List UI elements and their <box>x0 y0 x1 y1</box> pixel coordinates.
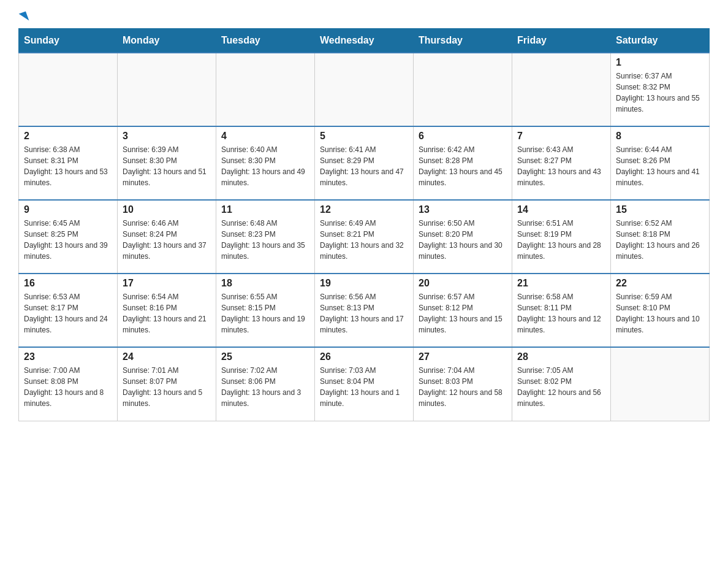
day-info: Sunrise: 7:01 AM Sunset: 8:07 PM Dayligh… <box>123 365 211 409</box>
day-number: 2 <box>24 131 112 142</box>
day-info: Sunrise: 7:05 AM Sunset: 8:02 PM Dayligh… <box>517 365 605 409</box>
calendar-cell: 28Sunrise: 7:05 AM Sunset: 8:02 PM Dayli… <box>512 347 611 421</box>
day-info: Sunrise: 6:43 AM Sunset: 8:27 PM Dayligh… <box>517 144 605 188</box>
calendar-cell: 8Sunrise: 6:44 AM Sunset: 8:26 PM Daylig… <box>611 126 710 200</box>
calendar-cell <box>216 53 315 126</box>
calendar-cell: 25Sunrise: 7:02 AM Sunset: 8:06 PM Dayli… <box>216 347 315 421</box>
calendar-cell: 26Sunrise: 7:03 AM Sunset: 8:04 PM Dayli… <box>315 347 414 421</box>
day-info: Sunrise: 6:46 AM Sunset: 8:24 PM Dayligh… <box>123 218 211 262</box>
calendar-cell: 9Sunrise: 6:45 AM Sunset: 8:25 PM Daylig… <box>19 200 118 274</box>
calendar-cell: 11Sunrise: 6:48 AM Sunset: 8:23 PM Dayli… <box>216 200 315 274</box>
day-info: Sunrise: 6:39 AM Sunset: 8:30 PM Dayligh… <box>123 144 211 188</box>
calendar-cell: 20Sunrise: 6:57 AM Sunset: 8:12 PM Dayli… <box>414 274 512 347</box>
calendar-cell: 14Sunrise: 6:51 AM Sunset: 8:19 PM Dayli… <box>512 200 611 274</box>
calendar-header-row: SundayMondayTuesdayWednesdayThursdayFrid… <box>19 29 710 53</box>
calendar-cell: 4Sunrise: 6:40 AM Sunset: 8:30 PM Daylig… <box>216 126 315 200</box>
day-info: Sunrise: 6:41 AM Sunset: 8:29 PM Dayligh… <box>320 144 408 188</box>
calendar-cell <box>414 53 512 126</box>
day-info: Sunrise: 6:55 AM Sunset: 8:15 PM Dayligh… <box>221 291 309 335</box>
calendar-cell: 22Sunrise: 6:59 AM Sunset: 8:10 PM Dayli… <box>611 274 710 347</box>
day-info: Sunrise: 6:44 AM Sunset: 8:26 PM Dayligh… <box>616 144 704 188</box>
day-info: Sunrise: 6:48 AM Sunset: 8:23 PM Dayligh… <box>221 218 309 262</box>
calendar-week-row: 2Sunrise: 6:38 AM Sunset: 8:31 PM Daylig… <box>19 126 710 200</box>
day-info: Sunrise: 7:00 AM Sunset: 8:08 PM Dayligh… <box>24 365 112 409</box>
calendar-week-row: 1Sunrise: 6:37 AM Sunset: 8:32 PM Daylig… <box>19 53 710 126</box>
day-number: 20 <box>419 278 507 289</box>
day-number: 15 <box>616 204 704 215</box>
calendar-cell: 23Sunrise: 7:00 AM Sunset: 8:08 PM Dayli… <box>19 347 118 421</box>
day-number: 5 <box>320 131 408 142</box>
day-info: Sunrise: 6:57 AM Sunset: 8:12 PM Dayligh… <box>419 291 507 335</box>
page-header <box>18 12 710 22</box>
calendar-cell: 17Sunrise: 6:54 AM Sunset: 8:16 PM Dayli… <box>118 274 216 347</box>
calendar-cell: 1Sunrise: 6:37 AM Sunset: 8:32 PM Daylig… <box>611 53 710 126</box>
calendar-cell: 16Sunrise: 6:53 AM Sunset: 8:17 PM Dayli… <box>19 274 118 347</box>
day-number: 7 <box>517 131 605 142</box>
day-number: 25 <box>221 351 309 362</box>
day-number: 3 <box>123 131 211 142</box>
day-number: 26 <box>320 351 408 362</box>
day-number: 10 <box>123 204 211 215</box>
day-info: Sunrise: 6:53 AM Sunset: 8:17 PM Dayligh… <box>24 291 112 335</box>
day-number: 11 <box>221 204 309 215</box>
day-info: Sunrise: 6:40 AM Sunset: 8:30 PM Dayligh… <box>221 144 309 188</box>
calendar-cell: 27Sunrise: 7:04 AM Sunset: 8:03 PM Dayli… <box>414 347 512 421</box>
calendar-day-header: Thursday <box>414 29 512 53</box>
calendar-cell: 24Sunrise: 7:01 AM Sunset: 8:07 PM Dayli… <box>118 347 216 421</box>
day-number: 4 <box>221 131 309 142</box>
calendar-cell: 7Sunrise: 6:43 AM Sunset: 8:27 PM Daylig… <box>512 126 611 200</box>
day-number: 12 <box>320 204 408 215</box>
day-info: Sunrise: 6:54 AM Sunset: 8:16 PM Dayligh… <box>123 291 211 335</box>
day-number: 21 <box>517 278 605 289</box>
calendar-cell: 15Sunrise: 6:52 AM Sunset: 8:18 PM Dayli… <box>611 200 710 274</box>
calendar-day-header: Wednesday <box>315 29 414 53</box>
calendar-cell <box>512 53 611 126</box>
logo <box>18 12 28 22</box>
day-info: Sunrise: 7:03 AM Sunset: 8:04 PM Dayligh… <box>320 365 408 409</box>
day-info: Sunrise: 6:38 AM Sunset: 8:31 PM Dayligh… <box>24 144 112 188</box>
calendar-cell: 21Sunrise: 6:58 AM Sunset: 8:11 PM Dayli… <box>512 274 611 347</box>
logo-triangle-icon <box>19 11 29 23</box>
calendar-cell: 6Sunrise: 6:42 AM Sunset: 8:28 PM Daylig… <box>414 126 512 200</box>
day-number: 28 <box>517 351 605 362</box>
day-info: Sunrise: 6:59 AM Sunset: 8:10 PM Dayligh… <box>616 291 704 335</box>
calendar-cell: 10Sunrise: 6:46 AM Sunset: 8:24 PM Dayli… <box>118 200 216 274</box>
day-number: 16 <box>24 278 112 289</box>
day-info: Sunrise: 6:51 AM Sunset: 8:19 PM Dayligh… <box>517 218 605 262</box>
calendar-day-header: Friday <box>512 29 611 53</box>
calendar-cell: 3Sunrise: 6:39 AM Sunset: 8:30 PM Daylig… <box>118 126 216 200</box>
day-info: Sunrise: 6:49 AM Sunset: 8:21 PM Dayligh… <box>320 218 408 262</box>
calendar-week-row: 16Sunrise: 6:53 AM Sunset: 8:17 PM Dayli… <box>19 274 710 347</box>
day-info: Sunrise: 6:52 AM Sunset: 8:18 PM Dayligh… <box>616 218 704 262</box>
calendar-table: SundayMondayTuesdayWednesdayThursdayFrid… <box>18 28 710 421</box>
calendar-day-header: Monday <box>118 29 216 53</box>
calendar-cell: 5Sunrise: 6:41 AM Sunset: 8:29 PM Daylig… <box>315 126 414 200</box>
day-info: Sunrise: 6:45 AM Sunset: 8:25 PM Dayligh… <box>24 218 112 262</box>
day-number: 27 <box>419 351 507 362</box>
calendar-cell <box>611 347 710 421</box>
day-number: 17 <box>123 278 211 289</box>
day-info: Sunrise: 7:02 AM Sunset: 8:06 PM Dayligh… <box>221 365 309 409</box>
day-number: 1 <box>616 57 704 68</box>
calendar-cell <box>118 53 216 126</box>
calendar-cell: 18Sunrise: 6:55 AM Sunset: 8:15 PM Dayli… <box>216 274 315 347</box>
day-number: 8 <box>616 131 704 142</box>
day-number: 9 <box>24 204 112 215</box>
day-number: 13 <box>419 204 507 215</box>
day-info: Sunrise: 6:37 AM Sunset: 8:32 PM Dayligh… <box>616 71 704 115</box>
day-info: Sunrise: 6:50 AM Sunset: 8:20 PM Dayligh… <box>419 218 507 262</box>
day-number: 23 <box>24 351 112 362</box>
day-info: Sunrise: 7:04 AM Sunset: 8:03 PM Dayligh… <box>419 365 507 409</box>
day-number: 18 <box>221 278 309 289</box>
day-number: 6 <box>419 131 507 142</box>
calendar-week-row: 9Sunrise: 6:45 AM Sunset: 8:25 PM Daylig… <box>19 200 710 274</box>
day-number: 14 <box>517 204 605 215</box>
calendar-cell <box>315 53 414 126</box>
calendar-day-header: Tuesday <box>216 29 315 53</box>
calendar-day-header: Saturday <box>611 29 710 53</box>
calendar-cell: 12Sunrise: 6:49 AM Sunset: 8:21 PM Dayli… <box>315 200 414 274</box>
day-number: 22 <box>616 278 704 289</box>
day-number: 19 <box>320 278 408 289</box>
calendar-cell: 19Sunrise: 6:56 AM Sunset: 8:13 PM Dayli… <box>315 274 414 347</box>
day-info: Sunrise: 6:56 AM Sunset: 8:13 PM Dayligh… <box>320 291 408 335</box>
